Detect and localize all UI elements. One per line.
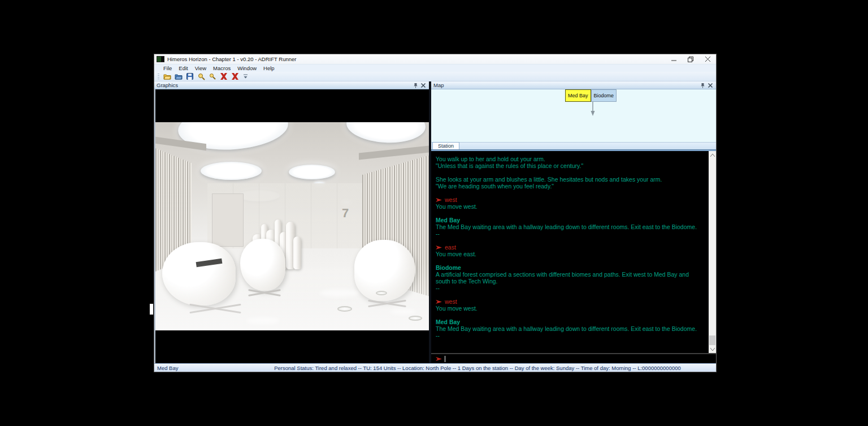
close-icon (705, 57, 710, 62)
pin-icon (700, 83, 705, 88)
close-button[interactable] (699, 54, 716, 64)
map-room-biodome[interactable]: Biodome (591, 89, 617, 102)
transcript-scrollbar[interactable] (709, 151, 716, 353)
text-caret (445, 356, 445, 362)
transcript-para: You walk up to her and hold out your arm… (436, 156, 701, 162)
transcript-blank (436, 169, 709, 176)
status-location: Med Bay (154, 365, 239, 371)
zoom-in-icon (198, 73, 205, 80)
save-game-button[interactable] (185, 72, 195, 81)
transcript-blank (436, 257, 709, 264)
menu-view[interactable]: View (192, 65, 210, 71)
desktop-caret-artifact (150, 304, 153, 315)
ceiling-light (201, 162, 262, 180)
close-game-button[interactable] (230, 72, 240, 81)
menu-file[interactable]: File (160, 65, 175, 71)
transcript-heading: Biodome (436, 264, 709, 271)
medbay-room-image: 7 (155, 122, 429, 330)
toolbar (154, 72, 716, 81)
open-game-button[interactable] (162, 72, 172, 81)
transcript-command: west (436, 196, 709, 203)
title-bar[interactable]: Himeros Horizon - Chapter 1 - v0.20 - AD… (154, 54, 716, 64)
transcript-para: You move east. (436, 251, 701, 257)
ceiling-light (289, 165, 335, 179)
transcript-blank (436, 210, 709, 217)
transcript-para: You move west. (436, 305, 701, 312)
map-close-button[interactable] (706, 82, 714, 89)
floor-reflection (390, 309, 416, 315)
minimize-icon (671, 57, 676, 62)
transcript-blank (436, 291, 709, 298)
chevron-up-icon (710, 154, 715, 157)
scroll-up-button[interactable] (709, 151, 716, 159)
floor-reflection (246, 317, 280, 324)
map-room-med-bay[interactable]: Med Bay (565, 89, 591, 102)
menu-help[interactable]: Help (260, 65, 278, 71)
floor-light (337, 306, 352, 312)
end-game-button[interactable] (219, 72, 229, 81)
tab-station[interactable]: Station (432, 142, 459, 149)
command-input-line[interactable] (431, 354, 716, 363)
end-game-icon (220, 73, 227, 80)
graphics-panel-title: Graphics (157, 82, 412, 88)
transcript-command: east (436, 244, 709, 251)
scroll-down-button[interactable] (709, 345, 716, 353)
transcript-para: -- (436, 332, 701, 339)
transcript-para: The Med Bay waiting area with a hallway … (436, 325, 701, 332)
graphics-close-button[interactable] (419, 82, 427, 89)
map-pin-button[interactable] (699, 82, 706, 89)
transcript-para: "We are heading south when you feel read… (436, 183, 701, 190)
transcript-para: You move west. (436, 203, 701, 210)
menu-window[interactable]: Window (234, 65, 260, 71)
toolbar-grip[interactable] (158, 74, 159, 79)
scrollbar-thumb[interactable] (709, 335, 715, 345)
transcript-blank (436, 190, 709, 196)
right-panel: Map Med BayBiodome Station You wa (431, 81, 716, 363)
south-exit-arrow (590, 102, 596, 117)
larger-font-button[interactable] (196, 72, 206, 81)
toolbar-overflow-button[interactable] (242, 72, 248, 81)
minimize-button[interactable] (665, 54, 682, 64)
menu-edit[interactable]: Edit (175, 65, 191, 71)
transcript[interactable]: You walk up to her and hold out your arm… (431, 151, 709, 353)
glossy-floor (155, 263, 429, 330)
menu-macros[interactable]: Macros (210, 65, 234, 71)
game-output-wrap: You walk up to her and hold out your arm… (431, 150, 716, 354)
transcript-blank (436, 237, 709, 244)
save-icon (186, 73, 193, 80)
wall-number: 7 (342, 206, 349, 221)
transcript-para: "Unless that is against the rules of thi… (436, 162, 701, 169)
transcript-command: west (436, 298, 709, 305)
smaller-font-button[interactable] (207, 72, 218, 81)
transcript-heading: Med Bay (436, 217, 709, 223)
restore-button[interactable] (682, 54, 699, 64)
floor-light (409, 316, 422, 321)
status-summary: Personal Status: Tired and relaxed -- TU… (239, 365, 716, 371)
close-icon (421, 83, 426, 88)
map-viewport[interactable]: Med BayBiodome (431, 89, 716, 142)
floor-light (376, 291, 387, 295)
map-tab-bar: Station (431, 142, 716, 150)
status-bar: Med Bay Personal Status: Tired and relax… (154, 363, 716, 372)
map-rooms: Med BayBiodome (565, 89, 617, 102)
pin-icon (413, 83, 418, 88)
import-folder-icon (175, 73, 183, 80)
graphics-pin-button[interactable] (412, 82, 419, 89)
open-folder-icon (163, 73, 171, 80)
import-game-button[interactable] (173, 72, 184, 81)
ceiling-light (345, 122, 426, 145)
floor-reflection (319, 289, 359, 297)
adrift-runner-window: Himeros Horizon - Chapter 1 - v0.20 - AD… (154, 54, 717, 372)
transcript-heading: Med Bay (436, 319, 709, 325)
window-title: Himeros Horizon - Chapter 1 - v0.20 - AD… (167, 56, 296, 62)
transcript-para: -- (436, 230, 701, 237)
graphics-panel: Graphics (154, 81, 429, 363)
transcript-para: A artificial forest comprised a sections… (436, 271, 701, 285)
zoom-out-icon (209, 73, 216, 80)
main-content: Graphics (154, 81, 716, 363)
transcript-para: The Med Bay waiting area with a hallway … (436, 223, 701, 230)
transcript-blank (436, 312, 709, 319)
command-prompt-icon (436, 356, 442, 362)
menu-bar: FileEditViewMacrosWindowHelp (154, 64, 716, 72)
doorway (212, 193, 244, 247)
